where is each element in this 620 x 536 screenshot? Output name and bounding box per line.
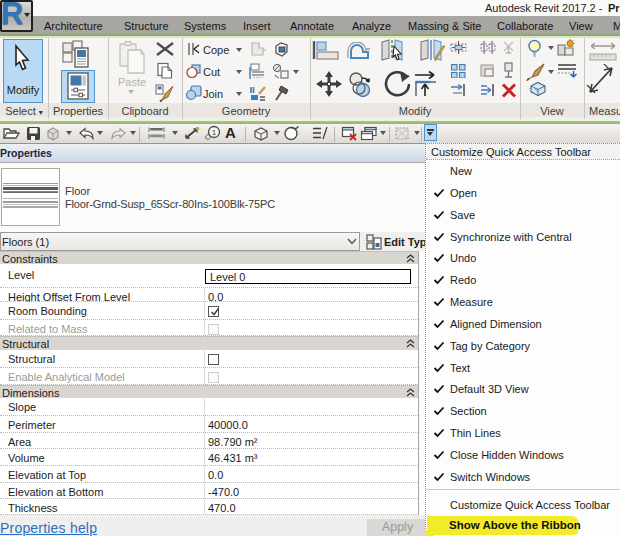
svg-text:1: 1 <box>212 128 217 137</box>
